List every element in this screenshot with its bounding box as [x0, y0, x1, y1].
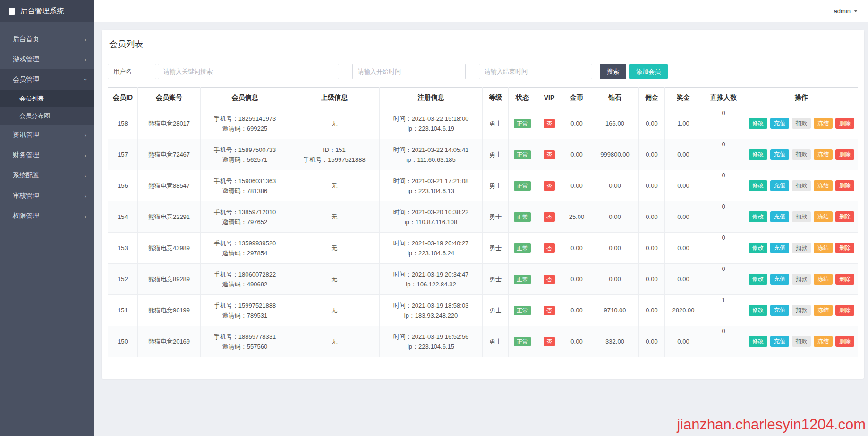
cell-line: 时间：2021-03-19 20:40:27 — [382, 238, 480, 248]
deduct-button[interactable]: 扣款 — [792, 180, 811, 191]
cell-diamond: 0.00 — [591, 170, 639, 201]
cell-member-id: 157 — [108, 139, 138, 170]
delete-button[interactable]: 删除 — [835, 180, 854, 191]
recharge-button[interactable]: 充值 — [770, 118, 789, 129]
freeze-button[interactable]: 冻结 — [814, 274, 833, 285]
cell-register-info: 时间：2021-03-22 15:18:00ip：223.104.6.19 — [380, 108, 483, 139]
modify-button[interactable]: 修改 — [749, 243, 767, 253]
delete-button[interactable]: 删除 — [835, 149, 854, 160]
cell-line: ip：223.104.6.24 — [382, 248, 480, 258]
cell-actions: 修改充值扣款冻结删除 — [745, 201, 858, 233]
delete-button[interactable]: 删除 — [835, 336, 854, 347]
modify-button[interactable]: 修改 — [749, 274, 767, 285]
delete-button[interactable]: 删除 — [835, 211, 854, 222]
sidebar-item-member[interactable]: 会员管理› — [0, 69, 94, 90]
user-menu[interactable]: admin — [834, 0, 858, 22]
main-area: admin 会员列表 用户名 搜索 添加会员 会员ID会员账号会员信息上级信息注… — [94, 0, 868, 436]
recharge-button[interactable]: 充值 — [770, 180, 789, 191]
table-row: 152熊猫电竞89289手机号：18060072822邀请码：490692无时间… — [108, 264, 858, 295]
sidebar-item-finance[interactable]: 财务管理› — [0, 145, 94, 165]
cell-line: 手机号：15906031363 — [203, 176, 287, 186]
sidebar-item-label: 后台首页 — [13, 35, 39, 42]
cell-actions: 修改充值扣款冻结删除 — [745, 170, 858, 201]
cell-line: 邀请码：699225 — [203, 124, 287, 134]
cell-line: ip：110.87.116.108 — [382, 217, 480, 227]
keyword-search-input[interactable] — [158, 64, 339, 79]
freeze-button[interactable]: 冻结 — [814, 336, 833, 347]
sidebar-item-member-list[interactable]: 会员列表 — [0, 90, 94, 107]
recharge-button[interactable]: 充值 — [770, 336, 789, 347]
cell-commission: 0.00 — [639, 264, 665, 295]
cell-member-id: 152 — [108, 264, 138, 295]
cell-member-info: 手机号：18859778331邀请码：557560 — [201, 326, 289, 357]
cell-member-info: 手机号：15997521888邀请码：789531 — [201, 295, 289, 326]
delete-button[interactable]: 删除 — [835, 243, 854, 253]
freeze-button[interactable]: 冻结 — [814, 149, 833, 160]
table-row: 156熊猫电竞88547手机号：15906031363邀请码：781386无时间… — [108, 170, 858, 201]
deduct-button[interactable]: 扣款 — [792, 305, 811, 316]
sidebar-item-audit[interactable]: 审核管理› — [0, 185, 94, 206]
modify-button[interactable]: 修改 — [749, 336, 767, 347]
recharge-button[interactable]: 充值 — [770, 305, 789, 316]
cell-account: 熊猫电竞28017 — [138, 108, 201, 139]
cell-status: 正常 — [509, 201, 536, 233]
deduct-button[interactable]: 扣款 — [792, 243, 811, 253]
sidebar-item-label: 会员分布图 — [19, 112, 50, 119]
cell-gold: 0.00 — [562, 170, 591, 201]
sidebar-item-member-map[interactable]: 会员分布图 — [0, 107, 94, 125]
recharge-button[interactable]: 充值 — [770, 243, 789, 253]
recharge-button[interactable]: 充值 — [770, 211, 789, 222]
modify-button[interactable]: 修改 — [749, 118, 767, 129]
deduct-button[interactable]: 扣款 — [792, 211, 811, 222]
freeze-button[interactable]: 冻结 — [814, 243, 833, 253]
cell-bonus: 2820.00 — [665, 295, 702, 326]
start-time-input[interactable] — [352, 64, 466, 79]
recharge-button[interactable]: 充值 — [770, 274, 789, 285]
freeze-button[interactable]: 冻结 — [814, 180, 833, 191]
sidebar-item-game[interactable]: 游戏管理› — [0, 49, 94, 69]
cell-member-id: 150 — [108, 326, 138, 357]
table-row: 153熊猫电竞43989手机号：13599939520邀请码：297854无时间… — [108, 233, 858, 264]
sidebar-item-home[interactable]: 后台首页› — [0, 29, 94, 49]
cell-line: 时间：2021-03-19 18:58:03 — [382, 301, 480, 310]
vip-badge: 否 — [544, 337, 555, 346]
modify-button[interactable]: 修改 — [749, 211, 767, 222]
cell-vip: 否 — [536, 170, 562, 201]
cell-register-info: 时间：2021-03-21 17:21:08ip：223.104.6.13 — [380, 170, 483, 201]
chevron-right-icon: › — [85, 193, 86, 199]
cell-line: ip：223.104.6.19 — [382, 124, 480, 134]
sidebar-item-permission[interactable]: 权限管理› — [0, 206, 94, 226]
add-member-button[interactable]: 添加会员 — [629, 64, 668, 79]
sidebar-item-label: 权限管理 — [13, 212, 39, 219]
sidebar-item-system[interactable]: 系统配置› — [0, 165, 94, 185]
column-header-diamond: 钻石 — [591, 88, 639, 108]
status-badge: 正常 — [514, 150, 531, 159]
vip-badge: 否 — [544, 306, 555, 315]
search-button[interactable]: 搜索 — [600, 64, 626, 79]
vip-badge: 否 — [544, 119, 555, 128]
freeze-button[interactable]: 冻结 — [814, 118, 833, 129]
modify-button[interactable]: 修改 — [749, 305, 767, 316]
sidebar-item-news[interactable]: 资讯管理› — [0, 125, 94, 145]
deduct-button[interactable]: 扣款 — [792, 118, 811, 129]
deduct-button[interactable]: 扣款 — [792, 149, 811, 160]
deduct-button[interactable]: 扣款 — [792, 274, 811, 285]
card-header: 会员列表 — [108, 30, 858, 58]
cell-line: 时间：2021-03-19 20:34:47 — [382, 269, 480, 279]
end-time-input[interactable] — [479, 64, 592, 79]
delete-button[interactable]: 删除 — [835, 274, 854, 285]
freeze-button[interactable]: 冻结 — [814, 305, 833, 316]
modify-button[interactable]: 修改 — [749, 149, 767, 160]
delete-button[interactable]: 删除 — [835, 305, 854, 316]
delete-button[interactable]: 删除 — [835, 118, 854, 129]
modify-button[interactable]: 修改 — [749, 180, 767, 191]
column-header-actions: 操作 — [745, 88, 858, 108]
freeze-button[interactable]: 冻结 — [814, 211, 833, 222]
table-row: 158熊猫电竞28017手机号：18259141973邀请码：699225无时间… — [108, 108, 858, 139]
cell-referrals: 0 — [702, 264, 745, 295]
cell-member-info: 手机号：15906031363邀请码：781386 — [201, 170, 289, 201]
cell-register-info: 时间：2021-03-19 18:58:03ip：183.93.248.220 — [380, 295, 483, 326]
cell-bonus: 0.00 — [665, 170, 702, 201]
recharge-button[interactable]: 充值 — [770, 149, 789, 160]
deduct-button[interactable]: 扣款 — [792, 336, 811, 347]
